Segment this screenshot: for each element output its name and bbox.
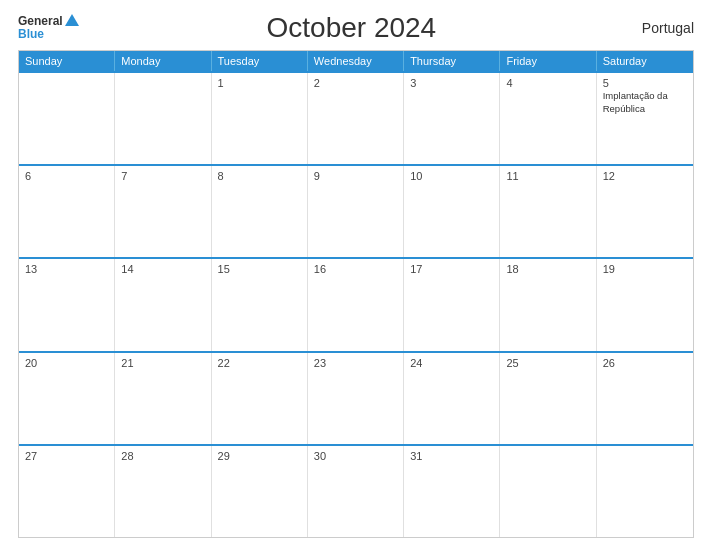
day-cell-27: 27 [19,446,115,537]
header-thursday: Thursday [404,51,500,71]
day-cell-30: 30 [308,446,404,537]
week-row-2: 6 7 8 9 10 11 12 [19,164,693,257]
day-cell [597,446,693,537]
day-cell-5: 5 Implantação da República [597,73,693,164]
month-title: October 2024 [79,12,624,44]
header-friday: Friday [500,51,596,71]
day-cell-28: 28 [115,446,211,537]
day-cell-16: 16 [308,259,404,350]
day-cell-20: 20 [19,353,115,444]
week-row-4: 20 21 22 23 24 25 26 [19,351,693,444]
header: General Blue October 2024 Portugal [18,12,694,44]
weeks-container: 1 2 3 4 5 Implantação da República 6 7 8… [19,71,693,537]
day-cell [19,73,115,164]
day-cell-10: 10 [404,166,500,257]
day-cell-12: 12 [597,166,693,257]
week-row-5: 27 28 29 30 31 [19,444,693,537]
day-cell-19: 19 [597,259,693,350]
day-cell-24: 24 [404,353,500,444]
logo-text-blue: Blue [18,28,44,41]
day-cell-13: 13 [19,259,115,350]
country-label: Portugal [624,20,694,36]
logo-triangle-icon [65,14,79,26]
day-cell-7: 7 [115,166,211,257]
header-tuesday: Tuesday [212,51,308,71]
day-cell-3: 3 [404,73,500,164]
header-sunday: Sunday [19,51,115,71]
day-cell-22: 22 [212,353,308,444]
day-cell-25: 25 [500,353,596,444]
calendar-page: General Blue October 2024 Portugal Sunda… [0,0,712,550]
day-cell-29: 29 [212,446,308,537]
day-cell-15: 15 [212,259,308,350]
day-headers-row: Sunday Monday Tuesday Wednesday Thursday… [19,51,693,71]
week-row-1: 1 2 3 4 5 Implantação da República [19,71,693,164]
day-cell-21: 21 [115,353,211,444]
day-cell-18: 18 [500,259,596,350]
day-cell-31: 31 [404,446,500,537]
day-cell [500,446,596,537]
day-cell-1: 1 [212,73,308,164]
day-cell-17: 17 [404,259,500,350]
day-cell-23: 23 [308,353,404,444]
day-cell-11: 11 [500,166,596,257]
event-republica: Implantação da República [603,90,668,114]
day-cell-26: 26 [597,353,693,444]
logo-text-general: General [18,15,63,28]
day-cell-2: 2 [308,73,404,164]
day-cell [115,73,211,164]
day-cell-14: 14 [115,259,211,350]
header-saturday: Saturday [597,51,693,71]
day-cell-8: 8 [212,166,308,257]
header-wednesday: Wednesday [308,51,404,71]
day-cell-9: 9 [308,166,404,257]
week-row-3: 13 14 15 16 17 18 19 [19,257,693,350]
calendar-grid: Sunday Monday Tuesday Wednesday Thursday… [18,50,694,538]
logo: General Blue [18,14,79,41]
header-monday: Monday [115,51,211,71]
day-cell-6: 6 [19,166,115,257]
day-cell-4: 4 [500,73,596,164]
